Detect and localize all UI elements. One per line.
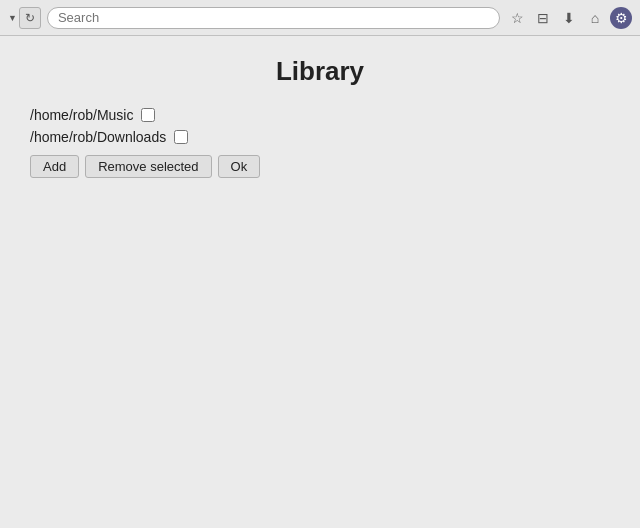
search-input[interactable] (47, 7, 500, 29)
download-icon[interactable]: ⬇ (558, 7, 580, 29)
list-item: /home/rob/Downloads (30, 129, 610, 145)
refresh-button[interactable]: ↻ (19, 7, 41, 29)
list-item: /home/rob/Music (30, 107, 610, 123)
add-button[interactable]: Add (30, 155, 79, 178)
extension-icon[interactable]: ⚙ (610, 7, 632, 29)
library-path-music: /home/rob/Music (30, 107, 133, 123)
page-title: Library (30, 56, 610, 87)
nav-buttons: ▼ ↻ (8, 7, 41, 29)
history-dropdown[interactable]: ▼ (8, 13, 17, 23)
downloads-checkbox[interactable] (174, 130, 188, 144)
toolbar-icons: ☆ ⊟ ⬇ ⌂ ⚙ (506, 7, 632, 29)
button-row: Add Remove selected Ok (30, 155, 610, 178)
page-content: Library /home/rob/Music /home/rob/Downlo… (0, 36, 640, 528)
star-icon[interactable]: ☆ (506, 7, 528, 29)
bookmark-icon[interactable]: ⊟ (532, 7, 554, 29)
browser-chrome: ▼ ↻ ☆ ⊟ ⬇ ⌂ ⚙ (0, 0, 640, 36)
remove-selected-button[interactable]: Remove selected (85, 155, 211, 178)
library-path-downloads: /home/rob/Downloads (30, 129, 166, 145)
music-checkbox[interactable] (141, 108, 155, 122)
ok-button[interactable]: Ok (218, 155, 261, 178)
home-icon[interactable]: ⌂ (584, 7, 606, 29)
